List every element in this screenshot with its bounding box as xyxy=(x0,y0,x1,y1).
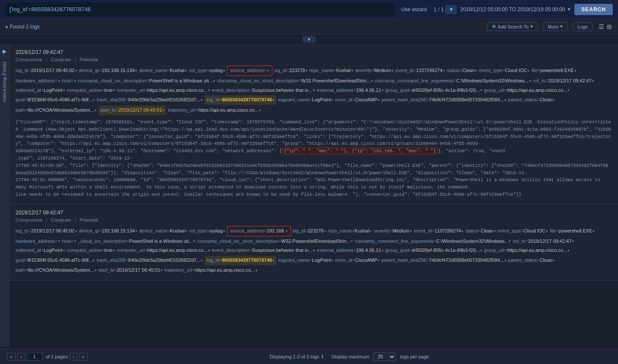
page-nav: 1 / 1 ▼ xyxy=(434,5,457,14)
field-event-type: event_type=Cloud IOC▾ xyxy=(498,226,549,236)
log-entry: 2019/12/17 09:42:47 Compromise Computer … xyxy=(9,205,618,281)
field-status: status=Clean▾ xyxy=(465,226,496,236)
field-col-type: col_type=syslog▾ xyxy=(189,226,226,236)
field-log-ts: log_ts=2019/12/17 06:45:02▾ xyxy=(16,66,77,76)
field-norm-id: norm_id=CiscoAMP▾ xyxy=(335,95,380,105)
log-json: {"CiscoAMP": {"start_timestamp": 1576565… xyxy=(16,119,612,198)
field-group-url2: group_url=https://api.eu.amp.cisco.co...… xyxy=(484,246,570,255)
add-search-label: Add Search To xyxy=(498,24,529,29)
field-severity: severity=Medium▾ xyxy=(355,66,394,76)
tag-computer: Computer xyxy=(46,57,71,62)
log-tags: Compromise Computer Potential xyxy=(16,217,612,223)
field-device-ip: device_ip=192.168.15.134▾ xyxy=(79,226,137,236)
field-norm-id-2: norm_id=CiscoAMP▾ xyxy=(335,256,380,265)
use-wizard-button[interactable]: Use wizard xyxy=(398,5,430,14)
plus-icon: ⊕ xyxy=(492,24,496,29)
field-host: host=▾ xyxy=(62,237,76,246)
tag-compromise: Compromise xyxy=(16,57,42,62)
field-logpoint-name: logpoint_name=LogPoint▾ xyxy=(278,95,333,105)
field-group-guid: group_guid=d45028ef-805c-4c1a-89b3-f26..… xyxy=(385,86,482,95)
tag-potential: Potential xyxy=(75,57,98,62)
field-computer-url: computer_url=https://api.eu.amp.cisco.co… xyxy=(117,86,210,95)
tag-computer: Computer xyxy=(46,217,71,223)
date-range-text: 2019/12/12 05:00:00 TO 2019/12/19 05:00:… xyxy=(460,6,565,13)
field-log-id: log_id=8655583428776078746▾ xyxy=(205,95,276,105)
field-hardware-address: hardware_address=▾ xyxy=(16,77,60,85)
page-dropdown[interactable]: ▼ xyxy=(445,5,457,14)
field-group-guid2: group_guid=d45028ef-805c-4c1a-89b3-f26..… xyxy=(385,246,482,255)
logs-button[interactable]: Logs xyxy=(573,22,593,31)
field-hardware-address: hardware_address=▾ xyxy=(16,237,60,246)
field-log-ts: log_ts=2019/12/17 06:45:02▾ xyxy=(16,226,77,236)
field-guid: guid=6f15384f-55c6-4586-af7c-90f...▾ xyxy=(16,95,95,105)
expand-icon[interactable]: ▶ xyxy=(3,48,6,54)
field-collected-at: collected_at=LogPoint▾ xyxy=(16,86,65,95)
field-cloud-ioc-desc: ciscoamp_cloud_ioc_description=PowerShel… xyxy=(78,77,215,85)
field-trajectory-url: trajectory_url=https://api.eu.amp.cisco.… xyxy=(168,106,261,115)
dropdown-arrow-icon: ▾ xyxy=(530,24,533,29)
field-parent-hash-2: parent_hash_sha256=74b9cf472d5008e007335… xyxy=(382,256,507,265)
log-fields: log_ts=2019/12/17 06:45:02▾ device_ip=19… xyxy=(16,226,612,275)
field-source-address: source_address=192.168.▾ xyxy=(227,226,291,236)
field-severity: severity=Medium▾ xyxy=(373,226,412,236)
field-repo-name: repo_name=Kushal▾ xyxy=(328,226,372,236)
page-current: 1 / 1 xyxy=(434,6,444,13)
field-col-ts2: col_ts=2019/12/17 09:42:47▾ xyxy=(513,237,574,246)
field-hash-sha256: hash_sha256=840e1f9dc5a29bebf01626822d7.… xyxy=(97,95,203,105)
field-event-desc: event_description=Suspicious behavior th… xyxy=(212,86,315,95)
search-bar: Use wizard 1 / 1 ▼ 2019/12/12 05:00:00 T… xyxy=(0,0,618,19)
more-button[interactable]: More ▾ xyxy=(543,22,568,31)
field-sig-id: sig_id=223278▾ xyxy=(293,226,326,236)
field-sig-id: sig_id=223278▾ xyxy=(274,66,308,76)
date-range: 2019/12/12 05:00:00 TO 2019/12/19 05:00:… xyxy=(460,6,571,13)
interesting-fields-label[interactable]: Interesting Fields xyxy=(2,61,7,102)
more-label: More xyxy=(548,24,558,29)
field-cloud-ioc-short2: ciscoamp_cloud_ioc_short_description=W32… xyxy=(197,237,353,246)
field-computer-url2: computer_url=https://api.eu.amp.cisco.co… xyxy=(117,246,210,255)
date-dropdown-button[interactable]: ▼ xyxy=(567,7,571,12)
field-cmd-args: ciscoamp_command_line_arguments=C:\Windo… xyxy=(375,77,531,85)
field-device-ip: device_ip=192.168.15.134▾ xyxy=(79,66,137,76)
tag-compromise: Compromise xyxy=(16,217,42,223)
search-input[interactable] xyxy=(5,3,394,16)
list-view-button[interactable]: ☰ xyxy=(598,22,605,31)
field-parent-status: parent_status=Clean▾ xyxy=(508,95,555,105)
field-file: file=powershell.EXE▾ xyxy=(550,226,595,236)
info-circle-icon: ● xyxy=(5,24,8,29)
add-search-to-button[interactable]: ⊕ Add Search To ▾ xyxy=(487,22,538,31)
log-timestamp: 2019/12/17 09:42:47 xyxy=(16,49,612,55)
log-tags: Compromise Computer Potential xyxy=(16,57,612,62)
field-guid2: guid=6f15384f-55c6-4586-af7c-90f...▾ xyxy=(16,256,95,265)
field-file: file=powershell.EXE▾ xyxy=(531,66,576,76)
field-logpoint-name-2: logpoint_name=LogPoint▾ xyxy=(278,256,333,265)
field-parent-status-2: parent_status=Clean▾ xyxy=(508,256,555,265)
log-entry: 2019/12/17 09:42:47 Compromise Computer … xyxy=(9,45,618,204)
field-col-type: col_type=syslog▾ xyxy=(189,66,226,76)
field-cmd-args2: ciscoamp_command_line_arguments=C:\Windo… xyxy=(355,237,511,246)
collapse-button[interactable]: ▼ xyxy=(303,36,315,43)
field-external-addr2: external_address=196.4.56.11▾ xyxy=(317,246,384,255)
field-log-id-2: log_id=8655583428776078746▾ xyxy=(205,256,276,265)
field-event-id: event_id=1107296274▾ xyxy=(414,226,464,236)
field-event-desc2: event_description=Suspicious behavior th… xyxy=(212,246,315,255)
field-group-url: group_url=https://api.eu.amp.cisco.co...… xyxy=(484,86,570,95)
collapse-row: ▼ xyxy=(0,35,618,45)
found-logs-label: Found 2 logs xyxy=(10,24,40,30)
log-fields: log_ts=2019/12/17 06:45:02▾ device_ip=19… xyxy=(16,66,612,115)
field-external-addr: external_address=196.4.56.11▾ xyxy=(317,86,384,95)
field-cloud-ioc-short: ciscoamp_cloud_ioc_short_description=W32… xyxy=(217,77,373,85)
field-collected-at2: collected_at=LogPoint▾ xyxy=(16,246,65,255)
field-hash-sha256-2: hash_sha256=840e1f9dc5a29bebf01626822d7.… xyxy=(97,256,203,265)
field-trajectory-url-2: trajectory_url=https://api.eu.amp.cisco.… xyxy=(164,266,257,275)
field-source-address: source_address=▾ xyxy=(227,66,272,76)
search-button[interactable]: SEARCH xyxy=(574,4,613,15)
field-parent-hash: parent_hash_sha256=74b9cf472d5008e007335… xyxy=(382,95,507,105)
field-computer-active: computer_active=true▾ xyxy=(67,86,115,95)
tag-potential: Potential xyxy=(75,217,98,223)
field-host: host=▾ xyxy=(62,77,76,85)
more-arrow-icon: ▾ xyxy=(560,24,563,29)
field-path: path=file:///C%3A/Windows/System...▾ xyxy=(16,106,97,115)
field-path-2: path=file:///C%3A/Windows/System...▾ xyxy=(16,266,97,275)
grid-view-button[interactable]: ⊞ xyxy=(606,22,613,31)
field-device-name: device_name=Kushal▾ xyxy=(139,226,187,236)
